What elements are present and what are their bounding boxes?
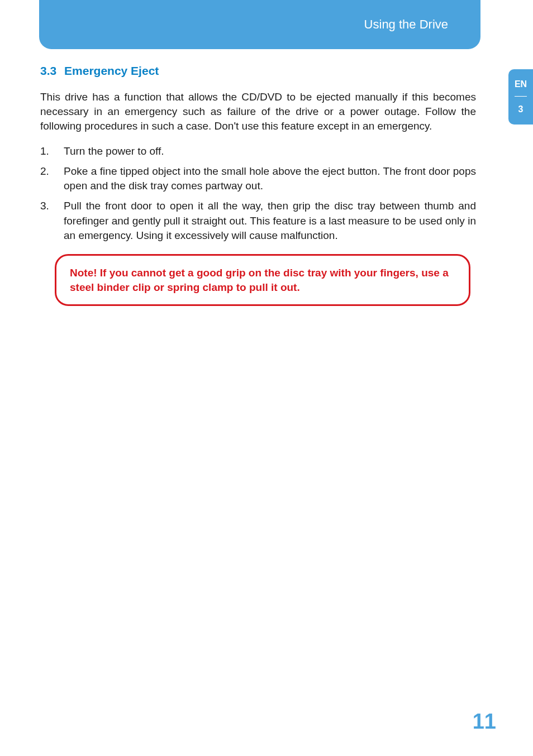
section-number: 3.3 bbox=[40, 64, 56, 77]
side-tab: EN 3 bbox=[508, 69, 533, 125]
list-index: 3. bbox=[40, 199, 49, 213]
main-content: 3.3 Emergency Eject This drive has a fun… bbox=[40, 64, 476, 306]
list-text: Poke a fine tipped object into the small… bbox=[64, 165, 476, 192]
list-item: 2. Poke a fine tipped object into the sm… bbox=[40, 164, 476, 193]
header-title: Using the Drive bbox=[364, 17, 448, 32]
list-item: 3. Pull the front door to open it all th… bbox=[40, 199, 476, 243]
page-number: 11 bbox=[473, 710, 496, 734]
side-tab-chapter: 3 bbox=[518, 104, 524, 114]
note-box: Note! If you cannot get a good grip on t… bbox=[55, 254, 470, 306]
intro-paragraph: This drive has a function that allows th… bbox=[40, 90, 476, 134]
list-text: Turn the power to off. bbox=[64, 145, 164, 157]
list-index: 2. bbox=[40, 164, 49, 179]
section-title: Emergency Eject bbox=[64, 64, 159, 77]
note-text: Note! If you cannot get a good grip on t… bbox=[70, 266, 455, 294]
side-tab-language: EN bbox=[515, 79, 527, 89]
list-text: Pull the front door to open it all the w… bbox=[64, 200, 476, 241]
list-index: 1. bbox=[40, 144, 49, 159]
page-header: Using the Drive bbox=[39, 0, 480, 49]
list-item: 1. Turn the power to off. bbox=[40, 144, 476, 159]
section-heading: 3.3 Emergency Eject bbox=[40, 64, 476, 78]
steps-list: 1. Turn the power to off. 2. Poke a fine… bbox=[40, 144, 476, 243]
side-tab-divider bbox=[515, 96, 527, 97]
